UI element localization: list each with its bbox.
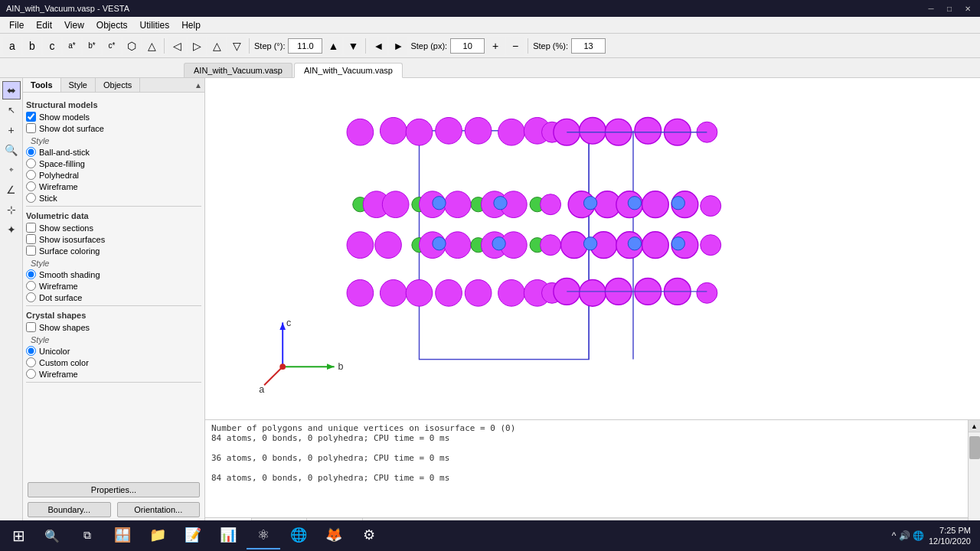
show-sections-row: Show sections [26,223,201,233]
canvas-area[interactable]: c a b [205,78,980,419]
surface-coloring-checkbox[interactable] [26,246,36,256]
minimize-button[interactable]: ─ [925,2,937,15]
boundary-button[interactable]: Boundary... [28,502,111,517]
panel-tab-objects[interactable]: Objects [96,78,140,92]
taskbar-app-6[interactable]: 🦊 [317,522,351,549]
scroll-track [969,432,980,523]
taskbar-app-1[interactable]: 🪟 [106,522,139,549]
tab-inactive[interactable]: AIN_with_Vacuum.vasp [184,63,292,77]
plus-button[interactable]: + [486,37,505,55]
menu-utilities[interactable]: Utilities [134,18,176,32]
axis-a-star-button[interactable]: a* [63,37,81,55]
wireframe-row-3: Wireframe [26,369,201,379]
show-models-checkbox[interactable] [26,112,36,122]
axis-a-button[interactable]: a [3,37,21,55]
output-line-5 [211,463,974,473]
zoom-out-button[interactable]: ▼ [344,37,362,55]
paint-tool-button[interactable]: ✦ [2,220,21,239]
panel-scroll-up[interactable]: ▲ [192,78,204,92]
step-deg-label: Step (°): [254,41,285,51]
svg-point-13 [436,117,462,144]
surface-coloring-row: Surface coloring [26,246,201,256]
taskview-button[interactable]: ⧉ [70,522,104,549]
minus-button[interactable]: − [506,37,524,55]
step-px-input[interactable] [450,38,485,54]
angle-tool-button[interactable]: ∠ [2,181,21,199]
pan-left-button[interactable]: ◄ [369,37,387,55]
custom-color-radio[interactable] [26,357,36,367]
bond-tool-button[interactable]: ⌖ [2,161,21,179]
output-line-6: 84 atoms, 0 bonds, 0 polyhedra; CPU time… [211,473,974,483]
output-line-3 [211,443,974,453]
axis-b-button[interactable]: b [23,37,41,55]
ball-and-stick-radio[interactable] [26,147,36,157]
select-tool-button[interactable]: ⬌ [2,81,21,99]
tab-active[interactable]: AIN_with_Vacuum.vasp [294,63,403,78]
output-line-1: Number of polygons and unique vertices o… [211,423,974,433]
add-tool-button[interactable]: + [2,121,21,139]
properties-button[interactable]: Properties... [28,482,200,497]
menu-edit[interactable]: Edit [30,18,58,32]
menu-view[interactable]: View [58,18,90,32]
wireframe-radio-2[interactable] [26,281,36,291]
smooth-shading-radio[interactable] [26,269,36,279]
show-sections-label: Show sections [39,223,93,233]
nav-down-button[interactable]: ▽ [227,37,246,55]
nav-up-button[interactable]: △ [207,37,226,55]
taskbar-app-2[interactable]: 📁 [141,522,175,549]
step-pct-input[interactable] [571,38,606,54]
dot-surface-label: Dot surface [39,293,82,302]
taskbar-app-4[interactable]: 📊 [211,522,245,549]
stick-radio[interactable] [26,193,36,203]
dot-surface-radio[interactable] [26,292,36,302]
menu-file[interactable]: File [3,18,30,32]
taskbar-app-5[interactable]: 🌐 [282,522,315,549]
taskbar-app-vesta[interactable]: ⚛ [247,522,280,549]
menu-objects[interactable]: Objects [90,18,134,32]
wireframe-radio-1[interactable] [26,181,36,191]
show-dot-surface-checkbox[interactable] [26,123,36,133]
menu-help[interactable]: Help [175,18,207,32]
svg-point-61 [671,197,684,210]
nav-left-button[interactable]: ◁ [168,37,186,55]
unicolor-radio[interactable] [26,346,36,356]
ball-and-stick-label: Ball-and-stick [39,148,90,157]
polyhedral-radio[interactable] [26,170,36,180]
scroll-thumb[interactable] [969,436,980,459]
panel-tab-tools[interactable]: Tools [23,78,61,92]
show-isosurfaces-checkbox[interactable] [26,234,36,244]
axis-c-button[interactable]: c [43,37,61,55]
svg-point-78 [580,279,606,306]
svg-point-42 [492,237,505,250]
axis-b-star-button[interactable]: b* [83,37,101,55]
zoom-in-button[interactable]: ▲ [324,37,342,55]
zoom-tool-button[interactable]: 🔍 [2,141,21,159]
nav-right-button[interactable]: ▷ [188,37,206,55]
orientation-button[interactable]: Orientation... [117,502,201,517]
maximize-button[interactable]: □ [943,2,956,15]
tool-icons: ⬌ ↖ + 🔍 ⌖ ∠ ⊹ ✦ [0,78,23,534]
taskbar-app-3[interactable]: 📝 [176,522,210,549]
pointer-tool-button[interactable]: ↖ [2,101,21,119]
system-tray: ^ 🔊 🌐 7:25 PM 12/10/2020 [892,525,977,547]
close-button[interactable]: ✕ [962,2,974,15]
taskbar-app-7[interactable]: ⚙ [352,522,386,549]
search-button[interactable]: 🔍 [35,522,69,549]
start-button[interactable]: ⊞ [3,522,34,549]
rotate-button[interactable]: △ [142,37,161,55]
show-sections-checkbox[interactable] [26,223,36,233]
measure-tool-button[interactable]: ⊹ [2,201,21,219]
svg-point-59 [583,197,596,210]
scroll-up-btn[interactable]: ▲ [969,420,980,432]
axis-c-star-button[interactable]: c* [103,37,121,55]
wireframe-radio-3[interactable] [26,369,36,379]
dot-surface-row: Dot surface [26,292,201,302]
output-line-4: 36 atoms, 0 bonds, 0 polyhedra; CPU time… [211,453,974,463]
step-deg-input[interactable] [288,38,322,54]
space-filling-radio[interactable] [26,158,36,168]
pan-right-button[interactable]: ► [389,37,407,55]
svg-point-35 [444,232,471,259]
polygon-view-button[interactable]: ⬡ [122,37,141,55]
panel-tab-style[interactable]: Style [61,78,96,92]
show-shapes-checkbox[interactable] [26,322,36,332]
